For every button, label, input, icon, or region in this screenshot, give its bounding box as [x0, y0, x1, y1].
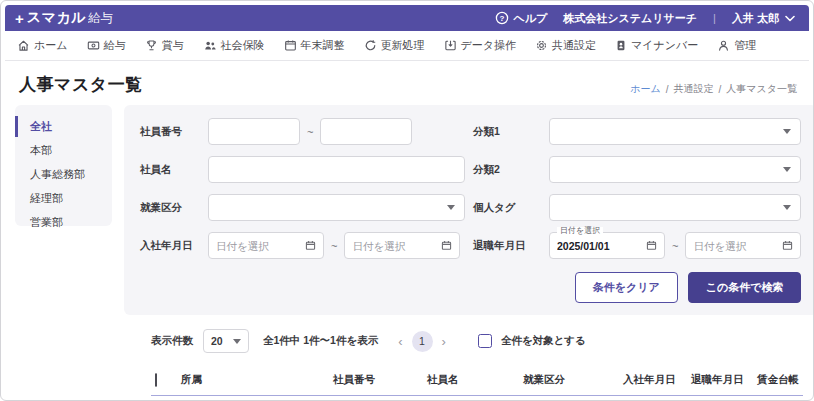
search-filter-panel: 社員番号 ~ 分類1 社員名 分類2 就業区分 個人タグ 入社年月日 — [124, 105, 814, 315]
nav-item-payroll[interactable]: 給与 — [87, 38, 126, 53]
page-number-button[interactable]: 1 — [412, 331, 433, 352]
data-import-icon — [444, 39, 457, 52]
range-tilde: ~ — [331, 240, 337, 252]
user-menu[interactable]: 入井 太郎 — [732, 11, 795, 26]
retire-date-to-picker[interactable] — [685, 232, 801, 259]
trophy-icon — [145, 39, 158, 52]
employee-name-input[interactable] — [208, 156, 465, 183]
category1-label: 分類1 — [473, 125, 541, 139]
sidebar-item-sales[interactable]: 営業部 — [15, 212, 112, 233]
employee-no-label: 社員番号 — [140, 125, 200, 139]
nav-item-social-insurance[interactable]: 社会保険 — [203, 38, 265, 53]
nav-item-label: 管理 — [734, 38, 756, 53]
cell-retire-date: 2025/09/30 — [687, 396, 753, 401]
calendar-icon — [284, 39, 297, 52]
calendar-picker-icon — [441, 240, 452, 251]
nav-item-home[interactable]: ホーム — [17, 38, 68, 53]
sidebar-item-hr-general-affairs[interactable]: 人事総務部 — [15, 164, 112, 185]
page-size-select[interactable]: 20 — [203, 329, 249, 353]
nav-item-label: 賞与 — [162, 38, 184, 53]
breadcrumb-separator: / — [666, 84, 669, 95]
header-wage-ledger: 賃金台帳 — [753, 365, 803, 396]
department-sidebar: 全社 本部 人事総務部 経理部 営業部 — [15, 105, 112, 226]
category2-select[interactable] — [549, 156, 801, 183]
nav-item-label: 給与 — [104, 38, 126, 53]
header-employment-type: 就業区分 — [519, 365, 619, 396]
header-hire-date: 入社年月日 — [619, 365, 687, 396]
retire-date-from-input[interactable] — [557, 240, 646, 252]
category2-label: 分類2 — [473, 163, 541, 177]
nav-item-label: 更新処理 — [381, 38, 425, 53]
breadcrumb-home-link[interactable]: ホーム — [630, 82, 660, 96]
content: 全社 本部 人事総務部 経理部 営業部 社員番号 ~ 分類1 社員名 分類2 — [5, 105, 809, 315]
sidebar-item-headquarters[interactable]: 本部 — [15, 140, 112, 161]
retire-date-from-float-label: 日付を選択 — [557, 227, 603, 235]
header-employee-name: 社員名 — [423, 365, 519, 396]
select-all-checkbox[interactable] — [478, 334, 492, 348]
sidebar-item-all-company[interactable]: 全社 — [15, 116, 112, 137]
help-label: ヘルプ — [513, 11, 547, 26]
personal-tag-select[interactable] — [549, 194, 801, 221]
nav-item-label: 年末調整 — [301, 38, 345, 53]
nav-item-label: 共通設定 — [552, 38, 596, 53]
nav-item-data-operations[interactable]: データ操作 — [444, 38, 517, 53]
hire-date-from-picker[interactable] — [208, 232, 324, 259]
header-employee-no: 社員番号 — [329, 365, 423, 396]
results-section: 表示件数 20 全1件中 1件〜1件を表示 ‹ 1 › 全件を対象とする — [151, 329, 797, 401]
nav-item-common-settings[interactable]: 共通設定 — [535, 38, 596, 53]
nav-item-admin[interactable]: 管理 — [717, 38, 756, 53]
header-checkbox[interactable] — [155, 373, 157, 387]
topbar-right: ? ヘルプ 株式会社システムリサーチ | 入井 太郎 — [495, 11, 795, 26]
employee-table: 所属 社員番号 社員名 就業区分 入社年月日 退職年月日 賃金台帳 営業部 00… — [151, 365, 803, 401]
title-row: 人事マスタ一覧 ホーム / 共通設定 / 人事マスタ一覧 — [5, 61, 809, 105]
logo-plus-icon: + — [15, 10, 24, 27]
pagination: ‹ 1 › — [398, 331, 446, 352]
help-icon: ? — [495, 11, 509, 25]
id-card-icon — [615, 39, 627, 52]
next-page-button[interactable]: › — [442, 335, 446, 348]
refresh-icon — [364, 39, 377, 52]
nav-item-update[interactable]: 更新処理 — [364, 38, 425, 53]
cell-employment-type: 退職 — [519, 396, 619, 401]
retire-date-label: 退職年月日 — [473, 239, 541, 253]
person-icon — [717, 39, 730, 52]
nav-item-mynumber[interactable]: マイナンバー — [615, 38, 698, 53]
hire-date-from-input[interactable] — [216, 240, 305, 252]
hire-date-label: 入社年月日 — [140, 239, 200, 253]
breadcrumb-common-settings: 共通設定 — [674, 82, 714, 96]
chevron-down-icon — [785, 15, 795, 22]
personal-tag-label: 個人タグ — [473, 201, 541, 215]
hire-date-to-picker[interactable] — [344, 232, 460, 259]
sidebar-item-accounting[interactable]: 経理部 — [15, 188, 112, 209]
employee-no-to-input[interactable] — [320, 118, 412, 145]
app-window: + スマカル 給与 ? ヘルプ 株式会社システムリサーチ | 入井 太郎 — [0, 0, 814, 401]
retire-date-from-picker[interactable]: 日付を選択 — [549, 232, 665, 259]
help-button[interactable]: ? ヘルプ — [495, 11, 547, 26]
nav-item-year-end[interactable]: 年末調整 — [284, 38, 345, 53]
calendar-picker-icon — [782, 240, 793, 251]
nav-item-label: ホーム — [34, 38, 68, 53]
range-tilde: ~ — [672, 240, 678, 252]
retire-date-to-input[interactable] — [693, 240, 782, 252]
people-icon — [203, 39, 217, 52]
category1-select[interactable] — [549, 118, 801, 145]
search-button[interactable]: この条件で検索 — [688, 272, 802, 303]
cell-department: 営業部 — [177, 396, 329, 401]
nav-item-label: マイナンバー — [631, 38, 698, 53]
app-logo[interactable]: + スマカル 給与 — [15, 9, 113, 27]
breadcrumb-current: 人事マスタ一覧 — [726, 82, 797, 96]
home-icon — [17, 39, 30, 52]
select-all-label: 全件を対象とする — [501, 334, 586, 348]
employee-no-from-input[interactable] — [208, 118, 300, 145]
header-department: 所属 — [177, 365, 329, 396]
nav-item-bonus[interactable]: 賞与 — [145, 38, 184, 53]
breadcrumb: ホーム / 共通設定 / 人事マスタ一覧 — [630, 82, 797, 96]
employment-type-select[interactable] — [208, 194, 465, 221]
cell-hire-date: 2010/04/01 — [619, 396, 687, 401]
clear-conditions-button[interactable]: 条件をクリア — [575, 272, 678, 303]
caret-down-icon — [783, 129, 791, 134]
prev-page-button[interactable]: ‹ — [398, 335, 402, 348]
logo-text: スマカル — [27, 9, 86, 27]
nav-item-label: データ操作 — [461, 38, 517, 53]
hire-date-to-input[interactable] — [352, 240, 441, 252]
